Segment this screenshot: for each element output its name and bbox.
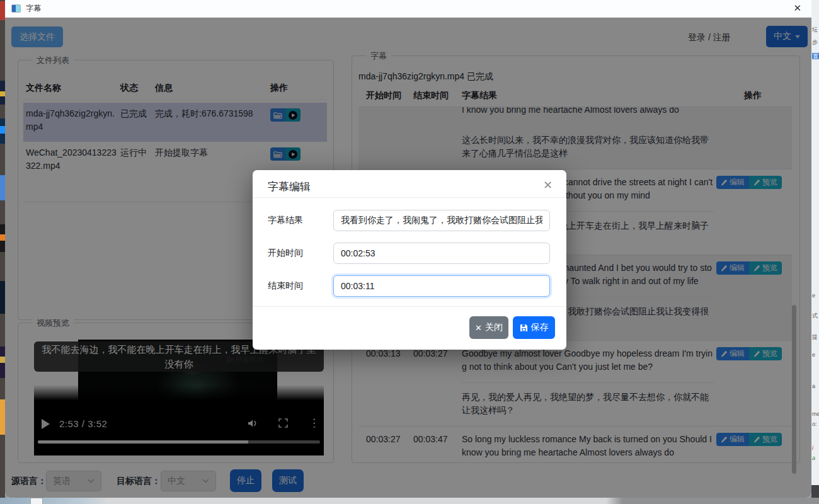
desktop-icon [0,175,5,200]
desktop-text: 坛 [812,26,818,33]
desktop-text: e [812,292,815,299]
desktop-right-strip: 坛 步 置 e 式 提 e a me o: i a [811,0,819,504]
screen: 坛 步 置 e 式 提 e a me o: i a 字幕 ✕ 选择文件 登录 /… [0,0,819,504]
desktop-icon [0,126,5,134]
window-close-icon[interactable]: ✕ [793,3,801,14]
desktop-text: 式 [812,312,818,319]
save-label: 保存 [531,322,549,333]
modal-close-button[interactable]: ✕ 关闭 [469,316,508,339]
desktop-icon [0,399,5,435]
close-label: 关闭 [485,322,503,333]
desktop-icon [0,91,5,96]
desktop-text: o: [812,421,817,427]
modal-save-button[interactable]: 保存 [513,316,555,339]
save-icon [520,324,528,332]
end-time-input[interactable] [333,275,550,297]
desktop-left-strip [0,0,5,504]
modal-close-icon[interactable]: ✕ [543,178,553,192]
desktop-text: 置 [812,53,819,59]
app-icon [11,4,21,13]
window-title: 字幕 [26,3,41,14]
modal-title: 字幕编辑 [268,180,311,194]
desktop-icon [0,234,5,241]
desktop-text: i [812,445,813,451]
desktop-icon [0,357,5,363]
subtitle-edit-modal: 字幕编辑 ✕ 字幕结果 开始时间 结束时间 ✕ 关闭 保存 [253,170,566,350]
desktop-text: 提 [812,334,818,340]
desktop-bottom-strip [0,498,819,504]
desktop-text: e [812,352,815,358]
divider [253,306,566,307]
subtitle-text-input[interactable] [333,210,550,231]
start-time-input[interactable] [333,243,550,264]
x-icon: ✕ [475,323,482,333]
window-titlebar: 字幕 ✕ [5,0,811,18]
desktop-text: me [812,411,819,417]
subtitle-text-label: 字幕结果 [268,215,333,226]
desktop-icon [0,1,5,20]
start-time-label: 开始时间 [268,248,333,259]
desktop-icon [0,281,5,314]
modal-field-row: 开始时间 [268,243,551,264]
desktop-text: 步 [812,39,818,45]
divider [253,197,566,198]
desktop-text: a [812,383,815,389]
end-time-label: 结束时间 [268,280,333,292]
desktop-file-icon [30,498,43,504]
desktop-text: a [812,455,815,461]
modal-field-row: 字幕结果 [268,210,551,231]
modal-field-row: 结束时间 [268,275,551,297]
